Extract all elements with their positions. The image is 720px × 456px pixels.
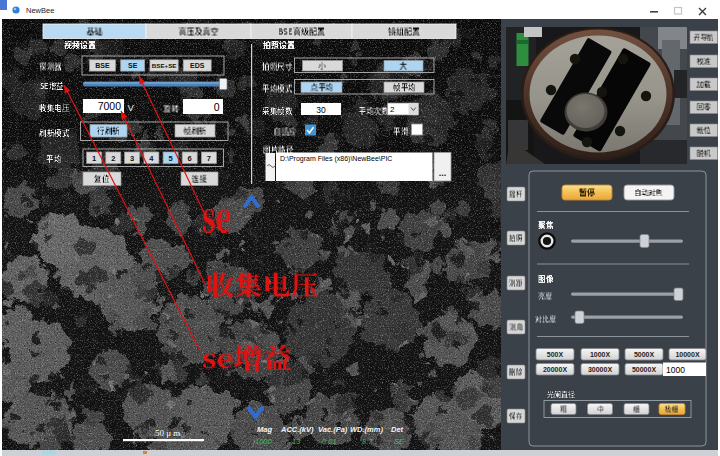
- svg-text:6: 6: [188, 154, 192, 163]
- svg-text:Mag: Mag: [257, 425, 272, 434]
- svg-text:Vac.(Pa): Vac.(Pa): [318, 425, 348, 434]
- svg-text:V: V: [128, 102, 135, 113]
- svg-text:8.7: 8.7: [362, 437, 373, 446]
- svg-text:3: 3: [130, 154, 134, 163]
- svg-text:1000: 1000: [255, 437, 273, 446]
- svg-text:0: 0: [214, 101, 220, 113]
- svg-text:1000X: 1000X: [590, 351, 611, 358]
- svg-text:2: 2: [390, 105, 395, 114]
- svg-text:2: 2: [111, 154, 115, 163]
- svg-text:BSE+SE: BSE+SE: [152, 62, 177, 69]
- svg-text:Det: Det: [391, 425, 404, 434]
- svg-text:5000X: 5000X: [634, 351, 655, 358]
- svg-text:10000X: 10000X: [675, 351, 699, 358]
- svg-text:13: 13: [292, 437, 301, 446]
- svg-text:30: 30: [316, 105, 326, 115]
- svg-text:1000: 1000: [666, 365, 685, 375]
- svg-text:50000X: 50000X: [632, 366, 656, 373]
- svg-text:1: 1: [92, 154, 96, 163]
- svg-text:EDS: EDS: [190, 62, 205, 69]
- svg-text:SE: SE: [394, 437, 405, 446]
- svg-text:WD.(mm): WD.(mm): [350, 425, 383, 434]
- svg-text:50 μ m: 50 μ m: [155, 428, 180, 438]
- svg-text:ACC.(kV): ACC.(kV): [280, 425, 314, 434]
- svg-text:7: 7: [207, 154, 211, 163]
- svg-text:30000X: 30000X: [588, 366, 612, 373]
- svg-text:NewBee: NewBee: [26, 6, 54, 15]
- svg-text:0.01: 0.01: [322, 437, 337, 446]
- svg-text:7000: 7000: [98, 100, 122, 112]
- svg-text:SE: SE: [128, 62, 138, 69]
- svg-text:BSE: BSE: [95, 62, 110, 69]
- svg-text:500X: 500X: [547, 351, 564, 358]
- svg-text:5: 5: [169, 154, 173, 163]
- svg-text:20000X: 20000X: [543, 366, 567, 373]
- svg-text:D:\Program Files (x86)\NewBee\: D:\Program Files (x86)\NewBee\PIC: [280, 155, 392, 163]
- svg-text:...: ...: [439, 168, 447, 178]
